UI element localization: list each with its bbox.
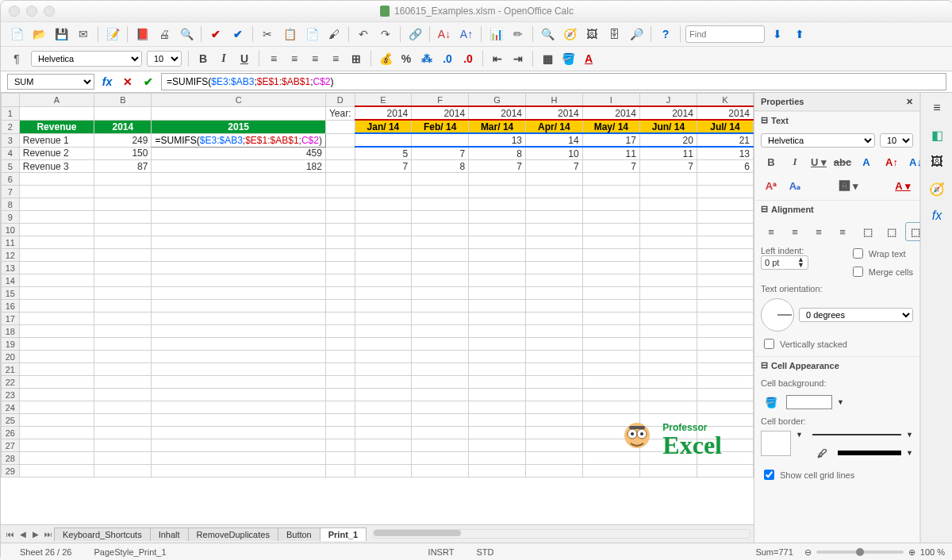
cell-B11[interactable] — [94, 236, 152, 249]
cell-A11[interactable] — [19, 236, 94, 249]
deck-functions-icon[interactable]: fx — [927, 205, 947, 226]
sb-valign-top-button[interactable]: ⬚ — [858, 222, 878, 241]
cell-K5[interactable]: 6 — [697, 160, 753, 173]
font-size-select[interactable]: 10 — [147, 51, 182, 67]
cell-E3[interactable] — [355, 133, 412, 147]
cell-G8[interactable] — [469, 198, 526, 211]
sb-super-button[interactable]: Aᵃ — [761, 176, 781, 195]
cell-C19[interactable] — [152, 338, 325, 351]
cell-A17[interactable] — [19, 313, 94, 325]
sb-strike-button[interactable]: abc — [832, 152, 853, 171]
mail-button[interactable]: ✉ — [74, 25, 93, 44]
row-header-17[interactable]: 17 — [2, 313, 20, 325]
sb-align-left-button[interactable]: ≡ — [761, 222, 781, 241]
cell-A2[interactable]: Revenue — [19, 120, 94, 133]
cell-G11[interactable] — [469, 236, 526, 249]
cell-K13[interactable] — [697, 262, 753, 274]
spellcheck-button[interactable]: ✔ — [206, 25, 225, 44]
cell-H8[interactable] — [525, 198, 582, 211]
cell-K27[interactable] — [697, 439, 753, 452]
cell-B26[interactable] — [94, 427, 152, 439]
cell-H9[interactable] — [525, 211, 582, 224]
italic-button[interactable]: I — [216, 51, 232, 67]
cell-I24[interactable] — [582, 401, 639, 414]
cell-A21[interactable] — [19, 363, 94, 376]
cell-F3[interactable] — [412, 133, 469, 147]
cell-B25[interactable] — [94, 414, 152, 427]
cell-J11[interactable] — [639, 236, 697, 249]
sort-asc-button[interactable]: A↓ — [435, 25, 454, 44]
cell-F7[interactable] — [412, 186, 469, 198]
find-down-button[interactable]: ⬇ — [768, 25, 787, 44]
cell-D7[interactable] — [325, 186, 355, 198]
cell-F16[interactable] — [412, 300, 469, 313]
cell-J18[interactable] — [639, 325, 697, 338]
function-wizard-button[interactable]: fx — [99, 74, 115, 90]
accept-button[interactable]: ✔ — [140, 74, 156, 90]
cell-C2[interactable]: 2015 — [152, 120, 325, 133]
cell-C10[interactable] — [152, 224, 325, 236]
cell-A19[interactable] — [19, 338, 94, 351]
cell-C25[interactable] — [152, 414, 325, 427]
cell-G25[interactable] — [469, 414, 526, 427]
cell-K6[interactable] — [697, 173, 753, 186]
cell-H11[interactable] — [525, 236, 582, 249]
col-header-K[interactable]: K — [697, 94, 753, 107]
cell-C24[interactable] — [152, 401, 325, 414]
cell-D13[interactable] — [325, 262, 355, 274]
cell-K19[interactable] — [697, 338, 753, 351]
cell-G22[interactable] — [469, 376, 526, 389]
hyperlink-button[interactable]: 🔗 — [405, 25, 424, 44]
cell-H2[interactable]: Apr/ 14 — [525, 120, 582, 133]
row-header-4[interactable]: 4 — [2, 147, 20, 160]
cell-I15[interactable] — [582, 287, 639, 300]
spreadsheet-grid[interactable]: ABCDEFGHIJK1Year:20142014201420142014201… — [1, 93, 754, 524]
sheet-tab-Inhalt[interactable]: Inhalt — [150, 527, 189, 541]
cell-F1[interactable]: 2014 — [412, 106, 469, 120]
cell-G4[interactable]: 8 — [469, 147, 526, 160]
bg-color-button[interactable]: 🪣 — [761, 393, 781, 412]
zoom-out-button[interactable]: ⊖ — [804, 547, 812, 558]
sb-fontcolor-button[interactable]: A ▾ — [892, 176, 913, 195]
cell-B6[interactable] — [94, 173, 152, 186]
indent-dec-button[interactable]: ⇤ — [489, 51, 505, 67]
cell-K28[interactable] — [697, 452, 753, 465]
cell-D5[interactable] — [325, 160, 355, 173]
cell-H29[interactable] — [525, 465, 582, 478]
cell-I28[interactable] — [582, 452, 639, 465]
zoom-slider[interactable] — [816, 550, 904, 554]
border-color-button[interactable]: 🖊 — [812, 443, 833, 462]
cell-B23[interactable] — [94, 389, 152, 401]
cell-G16[interactable] — [469, 300, 526, 313]
cell-I11[interactable] — [582, 236, 639, 249]
cell-K9[interactable] — [697, 211, 753, 224]
row-header-22[interactable]: 22 — [2, 376, 20, 389]
cell-K24[interactable] — [697, 401, 753, 414]
deck-navigator-icon[interactable]: 🧭 — [927, 178, 947, 199]
cell-A14[interactable] — [19, 274, 94, 287]
chart-button[interactable]: 📊 — [486, 25, 505, 44]
cell-F12[interactable] — [412, 249, 469, 262]
navigator-button[interactable]: 🧭 — [560, 25, 579, 44]
cell-E26[interactable] — [355, 427, 412, 439]
cell-G28[interactable] — [469, 452, 526, 465]
cell-A7[interactable] — [19, 186, 94, 198]
row-header-23[interactable]: 23 — [2, 389, 20, 401]
cancel-button[interactable]: ✕ — [120, 74, 136, 90]
cell-A13[interactable] — [19, 262, 94, 274]
cell-K3[interactable]: 21 — [697, 133, 753, 147]
cell-B19[interactable] — [94, 338, 152, 351]
tab-nav-last[interactable]: ⏭ — [42, 527, 55, 540]
zoom-button[interactable]: 🔎 — [627, 25, 646, 44]
cell-I3[interactable]: 17 — [582, 133, 639, 147]
cell-B4[interactable]: 150 — [94, 147, 152, 160]
currency-button[interactable]: 💰 — [378, 51, 393, 67]
cell-J5[interactable]: 7 — [639, 160, 697, 173]
cell-K26[interactable] — [697, 427, 753, 439]
number-std-button[interactable]: ⁂ — [419, 51, 435, 67]
cell-H3[interactable]: 14 — [525, 133, 582, 147]
cell-G17[interactable] — [469, 313, 526, 325]
cell-A29[interactable] — [19, 465, 94, 478]
cell-I12[interactable] — [582, 249, 639, 262]
col-header-H[interactable]: H — [525, 94, 582, 107]
